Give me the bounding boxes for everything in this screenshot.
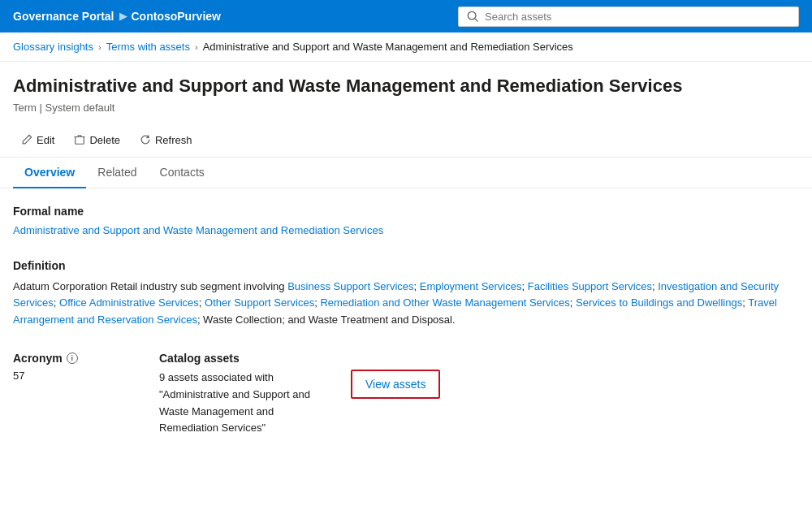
search-bar[interactable] [458, 6, 799, 27]
page-header: Administrative and Support and Waste Man… [0, 62, 812, 114]
tabs: Overview Related Contacts [0, 158, 812, 188]
services-buildings-link[interactable]: Services to Buildings and Dwellings [576, 296, 742, 309]
tab-related[interactable]: Related [86, 158, 148, 188]
svg-rect-2 [76, 137, 84, 145]
search-input[interactable] [485, 11, 790, 23]
formal-name-label: Formal name [13, 205, 799, 218]
breadcrumb-glossary-insights[interactable]: Glossary insights [13, 41, 93, 53]
tab-contacts[interactable]: Contacts [149, 158, 216, 188]
brand-separator: ▶ [119, 11, 127, 22]
catalog-assets-text: 9 assets associated with "Administrative… [159, 370, 330, 437]
other-support-link[interactable]: Other Support Services [205, 296, 314, 309]
delete-button[interactable]: Delete [66, 130, 128, 150]
delete-icon [74, 134, 85, 145]
definition-text: Adatum Corporation Retail industry sub s… [13, 279, 799, 329]
content-area: Formal name Administrative and Support a… [0, 188, 812, 470]
breadcrumb: Glossary insights › Terms with assets › … [0, 32, 812, 62]
tab-overview[interactable]: Overview [13, 158, 86, 188]
breadcrumb-terms-with-assets[interactable]: Terms with assets [106, 41, 190, 53]
portal-name: Governance Portal [13, 10, 114, 23]
edit-icon [21, 134, 32, 145]
facilities-link[interactable]: Facilities Support Services [528, 280, 652, 292]
refresh-button[interactable]: Refresh [132, 130, 201, 150]
formal-name-section: Formal name Administrative and Support a… [13, 205, 799, 236]
catalog-assets-row: 9 assets associated with "Administrative… [159, 370, 440, 437]
brand: Governance Portal ▶ ContosoPurview [13, 10, 221, 23]
acronym-value: 57 [13, 370, 110, 382]
page-title: Administrative and Support and Waste Man… [13, 75, 799, 98]
edit-button[interactable]: Edit [13, 130, 63, 150]
refresh-icon [140, 134, 151, 145]
search-icon [467, 11, 478, 22]
toolbar: Edit Delete Refresh [0, 123, 812, 158]
breadcrumb-sep-2: › [195, 42, 198, 52]
remediation-link[interactable]: Remediation and Other Waste Management S… [320, 296, 569, 309]
employment-link[interactable]: Employment Services [420, 280, 522, 292]
acronym-catalog-row: Acronym i 57 Catalog assets 9 assets ass… [13, 352, 799, 437]
catalog-assets-col: Catalog assets 9 assets associated with … [159, 352, 440, 437]
definition-section: Definition Adatum Corporation Retail ind… [13, 259, 799, 329]
breadcrumb-current: Administrative and Support and Waste Man… [203, 41, 573, 53]
office-admin-link[interactable]: Office Administrative Services [59, 296, 199, 309]
definition-label: Definition [13, 259, 799, 272]
view-assets-button[interactable]: View assets [351, 370, 440, 399]
formal-name-value: Administrative and Support and Waste Man… [13, 224, 799, 236]
acronym-col: Acronym i 57 [13, 352, 110, 437]
svg-line-1 [475, 19, 478, 22]
org-name: ContosoPurview [132, 10, 221, 23]
topbar: Governance Portal ▶ ContosoPurview [0, 0, 812, 32]
acronym-info-icon[interactable]: i [67, 352, 78, 364]
business-support-link[interactable]: Business Support Services [287, 280, 413, 292]
catalog-assets-label: Catalog assets [159, 352, 440, 365]
acronym-label: Acronym i [13, 352, 110, 365]
breadcrumb-sep-1: › [98, 42, 102, 52]
page-subtitle: Term | System default [13, 102, 799, 114]
